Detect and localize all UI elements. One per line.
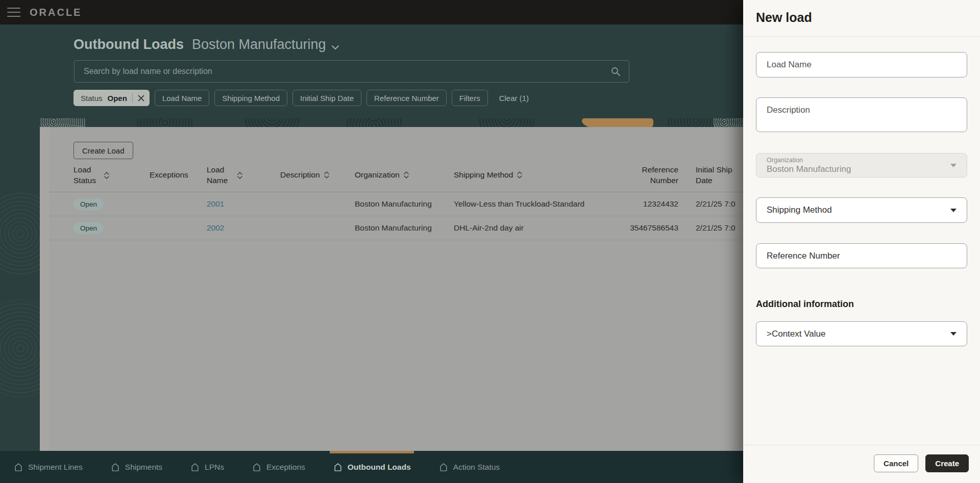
cell-load-status: Open <box>74 198 150 210</box>
screen-icon <box>110 462 120 472</box>
search-input[interactable] <box>75 67 610 76</box>
bottom-nav-tab-action-status[interactable]: Action Status <box>435 451 503 483</box>
screen-icon <box>13 462 23 472</box>
description-field <box>756 97 967 132</box>
load-name-input[interactable] <box>756 53 967 77</box>
screen-icon <box>190 462 200 472</box>
context-value-select[interactable]: >Context Value <box>756 321 967 346</box>
menu-icon[interactable] <box>7 8 20 17</box>
close-icon[interactable] <box>138 95 144 101</box>
shipping-method-select[interactable]: Shipping Method <box>756 197 967 223</box>
bottom-nav-tab-exceptions[interactable]: Exceptions <box>249 451 308 483</box>
status-badge: Open <box>74 198 104 210</box>
sort-icon[interactable] <box>104 172 109 179</box>
column-header-reference-number: Reference Number <box>589 165 679 185</box>
create-load-button[interactable]: Create Load <box>74 142 133 159</box>
context-value-select-label: >Context Value <box>767 329 950 339</box>
drawer-footer-divider <box>743 445 980 445</box>
filter-chip-reference-number[interactable]: Reference Number <box>366 90 447 106</box>
sort-icon[interactable] <box>324 171 329 179</box>
filter-chip-initial-ship-date[interactable]: Initial Ship Date <box>292 90 361 106</box>
load-name-field <box>756 52 967 78</box>
bottom-nav-tab-lpns[interactable]: LPNs <box>187 451 227 483</box>
cell-organization: Boston Manufacturing <box>355 223 454 233</box>
dropdown-caret-icon <box>950 332 957 336</box>
screen-icon <box>252 462 262 472</box>
organization-field-label: Organization <box>767 157 950 164</box>
sort-icon[interactable] <box>237 172 242 179</box>
screen-icon <box>438 462 449 472</box>
organization-selector[interactable]: Boston Manufacturing <box>192 37 339 53</box>
additional-information-heading: Additional information <box>756 299 854 310</box>
cell-shipping-method: DHL-Air-2nd day air <box>454 223 589 233</box>
organization-selector-value: Boston Manufacturing <box>192 37 326 53</box>
table-row: Open2002Boston ManufacturingDHL-Air-2nd … <box>49 216 792 240</box>
column-header-exceptions: Exceptions <box>150 170 207 180</box>
filter-chip-status[interactable]: Status Open <box>74 90 150 106</box>
shipping-method-select-label: Shipping Method <box>767 205 950 215</box>
search-icon[interactable] <box>610 66 621 77</box>
filter-chip-filters[interactable]: Filters <box>452 90 488 106</box>
cell-load-status: Open <box>74 222 150 234</box>
screen-icon <box>333 462 343 472</box>
sort-icon[interactable] <box>404 171 409 179</box>
cancel-button[interactable]: Cancel <box>874 454 918 472</box>
filter-chip-load-name[interactable]: Load Name <box>155 90 210 106</box>
column-header-shipping-method[interactable]: Shipping Method <box>454 170 589 180</box>
status-badge: Open <box>74 222 104 234</box>
drawer-title: New load <box>756 10 812 25</box>
filter-chip-status-label: Status <box>81 94 103 103</box>
organization-field-value: Boston Manufacturing <box>767 164 950 174</box>
filter-chip-shipping-method[interactable]: Shipping Method <box>214 90 287 106</box>
chevron-down-icon <box>331 45 339 50</box>
cell-load-name: 2002 <box>207 223 280 233</box>
column-header-description[interactable]: Description <box>280 170 355 180</box>
load-name-link[interactable]: 2001 <box>207 199 224 208</box>
table-header-row: Load Status ExceptionsLoad Name Descript… <box>49 159 792 192</box>
description-input[interactable] <box>756 98 967 132</box>
page-header: Outbound Loads Boston Manufacturing <box>74 37 339 53</box>
drawer-divider <box>743 36 980 37</box>
bottom-nav-tab-outbound-loads[interactable]: Outbound Loads <box>330 451 414 483</box>
cell-shipping-method: Yellow-Less than Truckload-Standard <box>454 199 589 209</box>
bottom-nav-tab-shipments[interactable]: Shipments <box>107 451 165 483</box>
oracle-logo: ORACLE <box>30 7 82 18</box>
reference-number-input[interactable] <box>756 244 967 268</box>
dropdown-caret-icon <box>950 209 957 212</box>
column-header-load-status[interactable]: Load Status <box>74 165 150 185</box>
page-title: Outbound Loads <box>74 37 184 53</box>
cell-load-name: 2001 <box>207 199 280 209</box>
load-name-link[interactable]: 2002 <box>207 223 224 232</box>
dropdown-caret-icon <box>950 164 957 167</box>
cell-organization: Boston Manufacturing <box>355 199 454 209</box>
filter-chip-row: Status Open Load Name Shipping Method In… <box>74 90 529 106</box>
drawer-actions: Cancel Create <box>874 454 969 472</box>
new-load-drawer: New load Organization Boston Manufacturi… <box>743 0 980 483</box>
application-window: ORACLE Outbound Loads Boston Manufacturi… <box>0 0 980 483</box>
clear-filters-link[interactable]: Clear (1) <box>499 94 529 103</box>
search-box <box>74 60 629 83</box>
create-button[interactable]: Create <box>925 454 969 472</box>
organization-field-disabled: Organization Boston Manufacturing <box>756 153 967 177</box>
column-header-organization[interactable]: Organization <box>355 170 454 180</box>
cell-reference-number: 35467586543 <box>589 223 679 233</box>
column-header-load-name[interactable]: Load Name <box>207 165 280 185</box>
table-row: Open2001Boston ManufacturingYellow-Less … <box>49 192 792 216</box>
cell-reference-number: 12324432 <box>589 199 679 209</box>
background-pattern-left <box>0 24 40 451</box>
sort-icon[interactable] <box>517 171 522 179</box>
filter-chip-status-value: Open <box>108 94 127 103</box>
chip-divider <box>132 93 133 103</box>
reference-number-field <box>756 243 967 268</box>
bottom-nav-tab-shipment-lines[interactable]: Shipment Lines <box>10 451 86 483</box>
